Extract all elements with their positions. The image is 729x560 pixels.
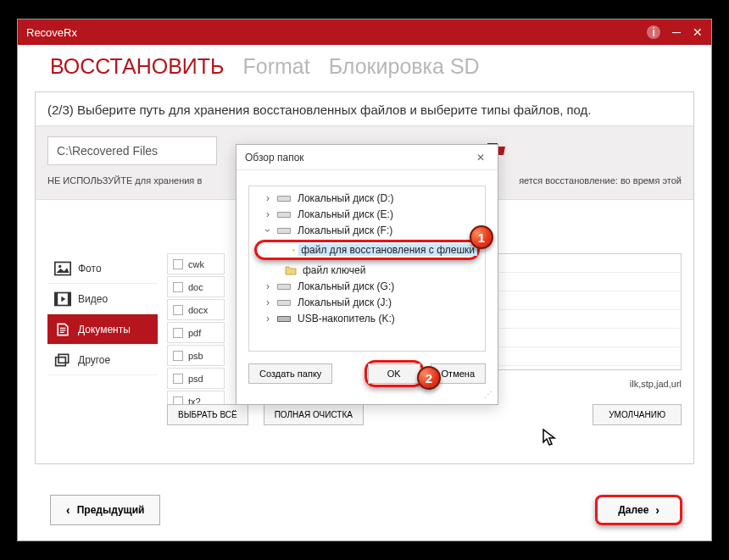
- step-instruction: (2/3) Выберите путь для хранения восстан…: [47, 103, 682, 117]
- ext-item[interactable]: psd: [167, 368, 225, 389]
- defaults-wrap: УМОЛЧАНИЮ: [593, 404, 682, 425]
- tree-label: USB-накопитель (K:): [295, 313, 398, 324]
- resize-grip-icon[interactable]: ⋰: [484, 390, 491, 399]
- category-list: Фото Видео Документы Другое: [47, 253, 158, 375]
- collapse-arrow-icon[interactable]: ›: [262, 225, 274, 236]
- tree-label: Локальный диск (G:): [295, 280, 397, 292]
- selected-extensions-list[interactable]: [480, 253, 682, 370]
- tree-item-disk-f[interactable]: › Локальный диск (F:): [249, 222, 485, 238]
- tree-item-disk-g[interactable]: › Локальный диск (G:): [249, 278, 485, 294]
- ext-item[interactable]: cwk: [167, 253, 225, 274]
- category-label: Видео: [78, 293, 108, 305]
- svg-rect-4: [55, 292, 58, 305]
- main-tabs: ВОССТАНОВИТЬ Format Блокировка SD: [18, 45, 711, 87]
- dialog-title: Обзор папок: [245, 152, 304, 164]
- close-button[interactable]: ✕: [693, 25, 703, 39]
- checkbox[interactable]: [173, 374, 183, 384]
- browse-folder-dialog: Обзор папок ✕ › Локальный диск (D:) › Ло…: [236, 144, 498, 405]
- category-label: Другое: [78, 354, 110, 366]
- svg-point-2: [58, 264, 61, 267]
- ok-highlight: OK: [364, 360, 424, 387]
- folder-icon: [285, 265, 297, 275]
- svg-rect-12: [278, 197, 290, 201]
- minimize-button[interactable]: ─: [672, 25, 681, 39]
- tree-item-disk-j[interactable]: › Локальный диск (J:): [249, 294, 485, 310]
- checkbox[interactable]: [173, 305, 183, 315]
- svg-rect-1: [55, 262, 70, 274]
- app-title: RecoveRx: [26, 26, 647, 39]
- ext-label: cwk: [188, 259, 204, 269]
- ext-item[interactable]: psb: [167, 345, 225, 366]
- folder-tree[interactable]: › Локальный диск (D:) › Локальный диск (…: [248, 186, 486, 352]
- expand-arrow-icon[interactable]: ›: [263, 208, 273, 220]
- usb-icon: [276, 313, 292, 324]
- category-label: Документы: [78, 324, 131, 335]
- path-input[interactable]: C:\Recovered Files: [47, 136, 217, 165]
- next-button[interactable]: Далее ›: [595, 495, 682, 525]
- svg-rect-5: [68, 292, 70, 305]
- tree-item-disk-e[interactable]: › Локальный диск (E:): [249, 206, 485, 222]
- previous-button[interactable]: ‹ Предыдущий: [50, 495, 160, 525]
- extension-summary: ilk,stp,jad,url: [630, 379, 682, 389]
- expand-arrow-icon[interactable]: ›: [263, 313, 273, 324]
- defaults-button[interactable]: УМОЛЧАНИЮ: [593, 404, 682, 425]
- new-folder-button[interactable]: Создать папку: [248, 363, 332, 384]
- ext-label: doc: [188, 282, 203, 292]
- disk-icon: [276, 193, 292, 203]
- path-input-wrap: C:\Recovered Files: [47, 136, 217, 165]
- tree-item-folder-keys[interactable]: файл ключей: [249, 262, 485, 278]
- svg-rect-10: [58, 354, 69, 363]
- svg-rect-22: [278, 317, 290, 321]
- nav-label: Далее: [618, 504, 648, 516]
- cursor-icon: [543, 429, 558, 451]
- tab-format[interactable]: Format: [243, 54, 310, 79]
- wizard-nav: ‹ Предыдущий Далее ›: [50, 495, 682, 525]
- svg-rect-14: [278, 213, 290, 217]
- ext-item[interactable]: docx: [167, 299, 225, 320]
- folder-icon: [292, 245, 295, 255]
- warning-text-right: яется восстановление: во время этой: [519, 175, 682, 186]
- ext-label: pdf: [188, 328, 201, 338]
- chevron-right-icon: ›: [655, 503, 659, 517]
- checkbox[interactable]: [173, 259, 183, 269]
- ext-item[interactable]: doc: [167, 276, 225, 297]
- disk-icon: [276, 225, 292, 236]
- tree-item-folder-recovery[interactable]: файл для восстановления с флешки: [254, 240, 480, 260]
- window-controls: i ─ ✕: [647, 25, 703, 39]
- checkbox[interactable]: [173, 328, 183, 338]
- category-documents[interactable]: Документы: [47, 314, 158, 345]
- dialog-close-button[interactable]: ✕: [472, 152, 489, 164]
- extension-column: cwk doc docx pdf psb psd tx?: [167, 253, 225, 413]
- tree-label: Локальный диск (J:): [295, 297, 394, 308]
- checkbox[interactable]: [173, 282, 183, 292]
- checkbox[interactable]: [173, 351, 183, 361]
- category-other[interactable]: Другое: [47, 345, 158, 375]
- category-photo[interactable]: Фото: [47, 253, 158, 284]
- ext-label: psd: [188, 374, 203, 384]
- category-label: Фото: [78, 263, 102, 274]
- category-video[interactable]: Видео: [47, 284, 158, 314]
- tab-recover[interactable]: ВОССТАНОВИТЬ: [50, 54, 225, 79]
- dialog-titlebar: Обзор папок ✕: [237, 145, 498, 170]
- dialog-buttons: Создать папку OK Отмена: [237, 360, 498, 396]
- tree-label: Локальный диск (D:): [295, 192, 397, 204]
- tree-item-disk-d[interactable]: › Локальный диск (D:): [249, 190, 485, 206]
- tab-sd-lock[interactable]: Блокировка SD: [329, 54, 480, 79]
- expand-arrow-icon[interactable]: ›: [263, 297, 273, 308]
- info-icon[interactable]: i: [647, 25, 660, 39]
- svg-rect-18: [278, 285, 290, 289]
- tree-label: Локальный диск (E:): [295, 208, 396, 220]
- svg-rect-16: [278, 229, 290, 233]
- ext-label: psb: [188, 351, 203, 361]
- titlebar: RecoveRx i ─ ✕: [18, 19, 711, 45]
- clear-all-button[interactable]: ПОЛНАЯ ОЧИСТКА: [264, 404, 364, 425]
- ext-item[interactable]: pdf: [167, 322, 225, 343]
- expand-arrow-icon[interactable]: ›: [263, 192, 273, 204]
- ok-button[interactable]: OK: [368, 363, 420, 384]
- tree-label: Локальный диск (F:): [295, 225, 395, 236]
- select-all-button[interactable]: ВЫБРАТЬ ВСЁ: [167, 404, 248, 425]
- disk-icon: [276, 209, 292, 219]
- svg-rect-9: [56, 357, 66, 365]
- tree-item-usb-k[interactable]: › USB-накопитель (K:): [249, 310, 485, 326]
- expand-arrow-icon[interactable]: ›: [263, 280, 273, 292]
